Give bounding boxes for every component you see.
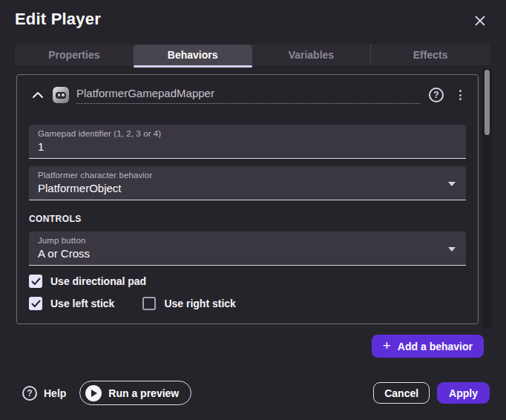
character-behavior-value: PlatformerObject [38, 182, 457, 194]
cancel-button[interactable]: Cancel [373, 382, 430, 404]
gamepad-identifier-field[interactable]: Gamepad identifier (1, 2, 3 or 4) 1 [29, 125, 466, 159]
checkbox-label: Use right stick [164, 298, 235, 309]
behavior-name-field[interactable]: PlatformerGamepadMapper [76, 87, 420, 104]
checkbox-checked-icon[interactable] [29, 275, 42, 288]
jump-button-select[interactable]: Jump button A or Cross [29, 232, 466, 266]
jump-button-label: Jump button [38, 236, 457, 245]
checkbox-row-2: Use left stick Use right stick [29, 297, 466, 310]
help-label: Help [44, 387, 66, 399]
behavior-help-icon[interactable]: ? [429, 88, 444, 102]
gamepad-identifier-value[interactable]: 1 [38, 140, 457, 153]
collapse-chevron-up-icon[interactable] [29, 86, 47, 104]
tab-bar: Properties Behaviors Variables Effects [15, 45, 490, 65]
tab-properties[interactable]: Properties [15, 45, 134, 65]
use-left-stick-checkbox[interactable]: Use left stick [29, 297, 114, 310]
scrollbar-thumb[interactable] [484, 70, 490, 135]
checkbox-checked-icon[interactable] [29, 297, 42, 310]
tab-effects[interactable]: Effects [370, 45, 490, 65]
play-icon [85, 385, 102, 401]
apply-button[interactable]: Apply [437, 382, 490, 404]
chevron-down-icon[interactable] [448, 182, 456, 186]
checkbox-label: Use directional pad [50, 275, 146, 287]
gamepad-identifier-label: Gamepad identifier (1, 2, 3 or 4) [38, 129, 457, 138]
footer-bar: ? Help Run a preview Cancel Apply [22, 381, 490, 405]
behavior-card-header: PlatformerGamepadMapper ? [29, 85, 466, 105]
checkbox-unchecked-icon[interactable] [142, 297, 156, 310]
close-icon[interactable] [472, 13, 488, 29]
run-preview-button[interactable]: Run a preview [79, 381, 191, 405]
jump-button-value: A or Cross [38, 247, 457, 260]
character-behavior-label: Platformer character behavior [38, 171, 457, 180]
use-directional-pad-checkbox[interactable]: Use directional pad [29, 275, 146, 288]
gamepad-behavior-icon [53, 87, 69, 103]
behavior-card: PlatformerGamepadMapper ? Gamepad identi… [16, 74, 479, 324]
controls-section-header: CONTROLS [29, 214, 466, 224]
add-behavior-button[interactable]: + Add a behavior [372, 335, 484, 358]
character-behavior-select[interactable]: Platformer character behavior Platformer… [29, 166, 466, 200]
help-button[interactable]: ? Help [22, 386, 66, 401]
checkbox-row-1: Use directional pad [29, 275, 466, 288]
question-circle-icon: ? [22, 386, 37, 401]
behavior-options-menu-icon[interactable] [454, 90, 466, 100]
plus-icon: + [383, 338, 391, 352]
add-behavior-label: Add a behavior [398, 341, 473, 352]
tab-behaviors[interactable]: Behaviors [134, 45, 252, 65]
use-right-stick-checkbox[interactable]: Use right stick [142, 297, 235, 310]
page-title: Edit Player [15, 10, 101, 29]
edit-player-dialog: Edit Player Properties Behaviors Variabl… [0, 0, 506, 420]
checkbox-label: Use left stick [50, 298, 114, 309]
tab-variables[interactable]: Variables [252, 45, 371, 65]
chevron-down-icon[interactable] [448, 247, 456, 252]
run-preview-label: Run a preview [108, 387, 179, 399]
